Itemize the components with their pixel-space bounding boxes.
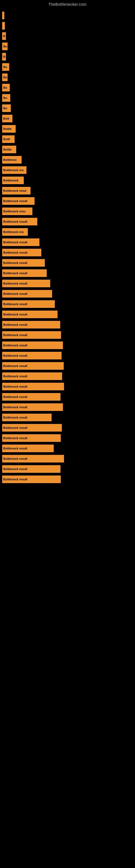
bar-item: Bo: [2, 73, 8, 81]
bar-item: Bottleneck result: [2, 362, 64, 370]
bar-row: Bottleneck result: [0, 423, 135, 433]
bar-item: Bottleneck result: [2, 434, 61, 442]
bar-row: Bottleneck result: [0, 309, 135, 319]
bar-row: Bottleneck result: [0, 402, 135, 412]
bar-row: Bottleneck result: [0, 330, 135, 340]
bar-item: B: [2, 53, 6, 61]
bar-item: Bottleneck result: [2, 352, 61, 360]
bar-row: Bottleneck result: [0, 454, 135, 464]
bar-row: Bo: [0, 103, 135, 113]
bar-row: Bottleneck result: [0, 216, 135, 227]
bar-row: Bo: [0, 83, 135, 93]
bar-item: Bottleneck result: [2, 321, 60, 329]
bar-row: Bo: [0, 62, 135, 72]
bar-item: Bottleneck result: [2, 341, 63, 349]
bar-row: Bottleneck result: [0, 392, 135, 402]
bar-item: Bott: [2, 115, 12, 122]
bar-row: Bottleneck: [0, 175, 135, 186]
bar-row: Bo: [0, 93, 135, 103]
bar-row: Bottleneck result: [0, 278, 135, 289]
bar-row: Bottleneck result: [0, 268, 135, 278]
bar-row: B: [0, 31, 135, 41]
bar-item: Bottle: [2, 146, 16, 153]
bar-row: Bottlenec: [0, 155, 135, 165]
bar-row: Bottleneck result: [0, 247, 135, 258]
bar-row: Bottl: [0, 134, 135, 144]
bar-item: Bottleneck result: [2, 249, 41, 256]
bar-item: Bottleneck result: [2, 290, 52, 298]
bar-item: Bottleneck res: [2, 228, 28, 236]
bar-item: Bottle: [2, 125, 16, 133]
bar-item: Bo: [2, 104, 11, 112]
bar-item: Bottleneck result: [2, 197, 35, 205]
bar-row: Bottleneck result: [0, 361, 135, 371]
bar-item: Bottleneck result: [2, 280, 50, 287]
site-title: TheBottlenecker.com: [0, 0, 135, 8]
bar-row: B: [0, 52, 135, 62]
bar-item: Bo: [2, 94, 10, 102]
bar-item: Bottleneck result: [2, 218, 37, 225]
bar-row: Bottleneck result: [0, 433, 135, 443]
bar-item: Bottleneck result: [2, 372, 62, 380]
bar-item: [2, 22, 5, 30]
bar-row: Bottleneck result: [0, 474, 135, 485]
bar-item: B: [2, 32, 6, 40]
bar-row: Bottleneck result: [0, 258, 135, 268]
bar-item: Bottl: [2, 135, 14, 143]
bar-item: Bottleneck result: [2, 300, 55, 308]
bar-row: [0, 10, 135, 21]
bar-item: Bottleneck result: [2, 269, 47, 277]
bar-row: Bottle: [0, 124, 135, 134]
bar-row: Bottleneck resu: [0, 206, 135, 216]
bar-row: Bottleneck result: [0, 381, 135, 392]
bar-item: Bottleneck result: [2, 455, 64, 463]
bar-item: Bottleneck result: [2, 259, 45, 267]
bar-row: Bottleneck result: [0, 412, 135, 423]
bar-item: [2, 12, 4, 19]
bar-row: Bo: [0, 41, 135, 52]
bar-item: Bottleneck result: [2, 444, 54, 452]
bar-row: Bott: [0, 113, 135, 124]
bar-item: Bottleneck result: [2, 424, 62, 432]
bar-row: Bottleneck result: [0, 443, 135, 454]
bar-item: Bottleneck result: [2, 414, 52, 421]
bar-item: Bottleneck result: [2, 465, 60, 473]
bar-item: Bottleneck resul: [2, 187, 31, 194]
bar-row: [0, 21, 135, 31]
bar-row: Bottleneck res: [0, 227, 135, 237]
bar-item: Bottleneck res: [2, 166, 27, 174]
bar-item: Bottleneck result: [2, 475, 61, 483]
bar-item: Bottleneck result: [2, 393, 60, 401]
bar-item: Bottleneck resu: [2, 208, 32, 215]
bar-row: Bottleneck result: [0, 350, 135, 361]
bar-row: Bottleneck result: [0, 340, 135, 350]
bars-container: BBoBBoBoBoBoBoBottBottleBottlBottleBottl…: [0, 8, 135, 487]
bar-item: Bo: [2, 63, 9, 71]
bar-item: Bottleneck result: [2, 403, 63, 411]
bar-item: Bottleneck result: [2, 383, 64, 390]
bar-row: Bottleneck result: [0, 319, 135, 330]
bar-row: Bottleneck result: [0, 196, 135, 206]
bar-row: Bottleneck res: [0, 165, 135, 175]
bar-row: Bottleneck resul: [0, 186, 135, 196]
bar-row: Bottleneck result: [0, 371, 135, 381]
bar-item: Bottleneck result: [2, 311, 57, 318]
bar-row: Bottleneck result: [0, 299, 135, 309]
bar-row: Bo: [0, 72, 135, 83]
bar-item: Bottlenec: [2, 156, 21, 163]
bar-item: Bottleneck result: [2, 331, 61, 339]
bar-row: Bottleneck result: [0, 289, 135, 299]
bar-item: Bo: [2, 84, 10, 91]
bar-row: Bottleneck result: [0, 464, 135, 474]
bar-row: Bottle: [0, 144, 135, 155]
bar-item: Bottleneck result: [2, 239, 39, 246]
bar-row: Bottleneck result: [0, 237, 135, 247]
bar-item: Bottleneck: [2, 177, 24, 184]
bar-item: Bo: [2, 42, 8, 50]
